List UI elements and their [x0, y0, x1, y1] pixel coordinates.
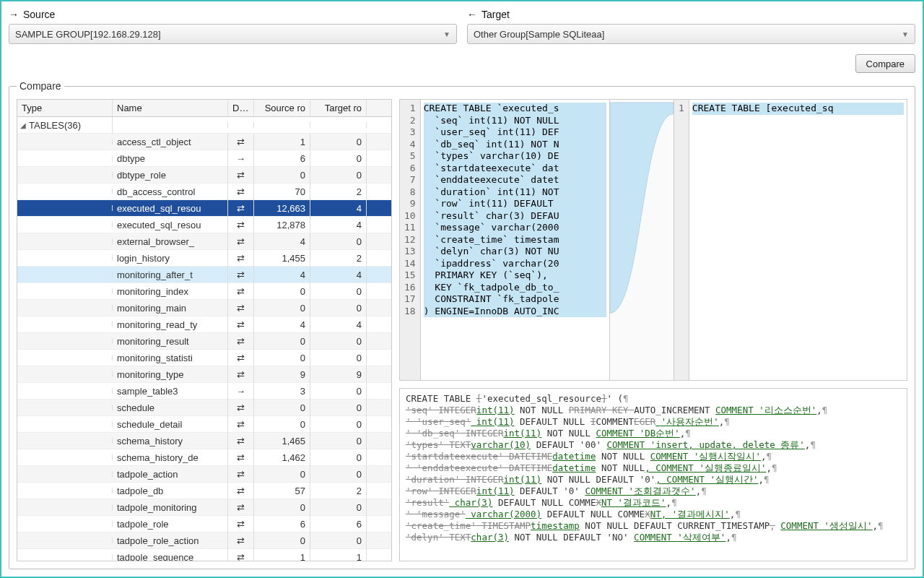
app-root: → Source SAMPLE GROUP[192.168.29.128] ▼ … [0, 0, 924, 578]
row-name: db_access_control [113, 184, 228, 200]
row-direction-icon: ⇄ [228, 250, 254, 267]
table-row[interactable]: executed_sql_resou⇄12,6634 [17, 200, 391, 217]
row-name: external_browser_ [113, 233, 228, 250]
row-direction-icon: ⇄ [228, 350, 254, 366]
row-target-count: 0 [310, 300, 367, 316]
row-direction-icon: ⇄ [228, 217, 254, 233]
table-row[interactable]: executed_sql_resou⇄12,8784 [17, 217, 391, 233]
col-tgt-header[interactable]: Target ro [310, 100, 367, 116]
row-source-count: 12,878 [254, 217, 310, 233]
row-source-count: 70 [254, 184, 310, 200]
table-row[interactable]: schema_history⇄1,4650 [17, 433, 391, 449]
table-row[interactable]: monitoring_after_t⇄44 [17, 267, 391, 283]
compare-button[interactable]: Compare [855, 54, 915, 73]
row-direction-icon: ⇄ [228, 200, 254, 217]
right-code: CREATE TABLE [executed_sq [689, 100, 907, 380]
tree-collapse-icon[interactable]: ◢ [20, 121, 26, 129]
table-row[interactable]: access_ctl_object⇄10 [17, 134, 391, 150]
row-name: monitoring_read_ty [113, 316, 228, 333]
diff-left[interactable]: 123456789101112131415161718 CREATE TABLE… [400, 100, 609, 380]
target-dropdown[interactable]: Other Group[Sample SQLiteaa] ▼ [467, 24, 915, 44]
table-row[interactable]: tadpole_db⇄572 [17, 483, 391, 499]
table-row[interactable]: monitoring_type⇄99 [17, 366, 391, 383]
row-name: tadpole_action [113, 466, 228, 483]
row-target-count: 6 [310, 516, 367, 532]
row-name: schema_history_de [113, 449, 228, 466]
row-name: executed_sql_resou [113, 200, 228, 217]
row-direction-icon: → [228, 150, 254, 167]
row-target-count: 4 [310, 200, 367, 217]
row-target-count: 0 [310, 167, 367, 184]
row-source-count: 4 [254, 316, 310, 333]
table-row[interactable]: sample_table3→30 [17, 383, 391, 400]
col-dir-header[interactable]: Dire [228, 100, 254, 116]
row-target-count: 0 [310, 383, 367, 400]
row-name: tadpole_db [113, 483, 228, 499]
grid-body[interactable]: ◢ TABLES(36) access_ctl_object⇄10dbtype→… [17, 117, 391, 561]
table-row[interactable]: monitoring_read_ty⇄44 [17, 316, 391, 333]
row-target-count: 0 [310, 333, 367, 350]
row-source-count: 6 [254, 150, 310, 167]
row-name: executed_sql_resou [113, 217, 228, 233]
col-src-header[interactable]: Source ro [254, 100, 310, 116]
col-type-header[interactable]: Type [17, 100, 113, 116]
row-source-count: 9 [254, 366, 310, 383]
table-row[interactable]: tadpole_role_action⇄00 [17, 532, 391, 549]
table-row[interactable]: monitoring_main⇄00 [17, 300, 391, 316]
table-row[interactable]: tadpole_role⇄66 [17, 516, 391, 532]
row-target-count: 2 [310, 250, 367, 267]
table-row[interactable]: login_history⇄1,4552 [17, 250, 391, 267]
row-direction-icon: ⇄ [228, 300, 254, 316]
row-direction-icon: ⇄ [228, 167, 254, 184]
row-target-count: 0 [310, 532, 367, 549]
row-name: dbtype_role [113, 167, 228, 184]
table-row[interactable]: schedule_detail⇄00 [17, 416, 391, 433]
target-column: ← Target Other Group[Sample SQLiteaa] ▼ [467, 9, 915, 44]
row-name: monitoring_type [113, 366, 228, 383]
row-direction-icon: ⇄ [228, 532, 254, 549]
row-source-count: 0 [254, 400, 310, 416]
row-name: dbtype [113, 150, 228, 167]
table-row[interactable]: schedule⇄00 [17, 400, 391, 416]
row-target-count: 0 [310, 350, 367, 366]
target-label: ← Target [467, 9, 915, 20]
compare-legend: Compare [17, 80, 64, 92]
table-row[interactable]: dbtype→60 [17, 150, 391, 167]
row-name: monitoring_statisti [113, 350, 228, 366]
table-row[interactable]: dbtype_role⇄00 [17, 167, 391, 184]
row-name: schedule [113, 400, 228, 416]
source-dropdown[interactable]: SAMPLE GROUP[192.168.29.128] ▼ [9, 24, 457, 44]
table-row[interactable]: schema_history_de⇄1,4620 [17, 449, 391, 466]
table-row[interactable]: external_browser_⇄40 [17, 233, 391, 250]
arrow-right-icon: → [9, 9, 19, 20]
row-source-count: 6 [254, 516, 310, 532]
row-direction-icon: ⇄ [228, 516, 254, 532]
target-dropdown-value: Other Group[Sample SQLiteaa] [474, 29, 604, 40]
table-row[interactable]: tadpole_sequence⇄11 [17, 549, 391, 561]
row-name: monitoring_main [113, 300, 228, 316]
table-row[interactable]: tadpole_monitoring⇄00 [17, 499, 391, 516]
table-row[interactable]: db_access_control⇄702 [17, 184, 391, 200]
row-name: login_history [113, 250, 228, 267]
table-row[interactable]: monitoring_index⇄00 [17, 283, 391, 300]
table-row[interactable]: monitoring_statisti⇄00 [17, 350, 391, 366]
row-direction-icon: ⇄ [228, 499, 254, 516]
compare-button-row: Compare [9, 54, 915, 73]
row-source-count: 0 [254, 416, 310, 433]
diff-right[interactable]: 1 CREATE TABLE [executed_sq [674, 100, 907, 380]
tree-root-row[interactable]: ◢ TABLES(36) [17, 117, 391, 134]
row-direction-icon: ⇄ [228, 233, 254, 250]
row-source-count: 12,663 [254, 200, 310, 217]
col-name-header[interactable]: Name [113, 100, 228, 116]
diff-pane: 123456789101112131415161718 CREATE TABLE… [399, 99, 907, 561]
table-row[interactable]: monitoring_result⇄00 [17, 333, 391, 350]
table-row[interactable]: tadpole_action⇄00 [17, 466, 391, 483]
row-source-count: 4 [254, 267, 310, 283]
row-source-count: 0 [254, 532, 310, 549]
source-target-row: → Source SAMPLE GROUP[192.168.29.128] ▼ … [9, 9, 915, 44]
row-target-count: 0 [310, 466, 367, 483]
row-direction-icon: ⇄ [228, 283, 254, 300]
row-source-count: 1,462 [254, 449, 310, 466]
merge-preview[interactable]: CREATE TABLE ['executed_sql_resource]' (… [399, 388, 907, 561]
row-name: tadpole_role [113, 516, 228, 532]
